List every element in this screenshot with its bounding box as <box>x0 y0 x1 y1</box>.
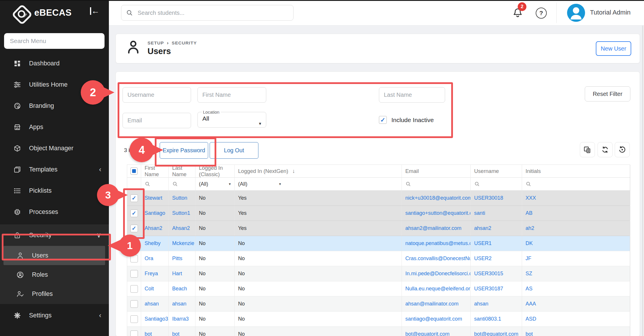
cell-first[interactable]: Ahsan2 <box>145 225 162 231</box>
breadcrumb-setup[interactable]: SETUP <box>147 40 164 46</box>
cell-initials[interactable]: JF <box>526 255 531 262</box>
filter-cell-last-name[interactable] <box>169 178 195 191</box>
cell-username[interactable]: USER1 <box>474 240 492 246</box>
column-header-logged-in-classic-[interactable]: Logged In (Classic) <box>195 165 235 178</box>
cell-email[interactable]: Cras.convallis@DonecestNunc.com <box>405 255 471 262</box>
sidebar-item-dashboard[interactable]: Dashboard <box>0 54 109 73</box>
column-header-last-name[interactable]: Last Name <box>169 165 195 178</box>
table-row[interactable]: ahsanahsanNoNoahsan@mailinator.comahsanA… <box>127 296 630 312</box>
filter-cell-logged-in-classic-[interactable]: (All)▼ <box>195 178 235 191</box>
cell-email[interactable]: natoque.penatibus@metus.co.uk <box>405 240 471 246</box>
new-user-button[interactable]: New User <box>596 41 631 56</box>
cell-first[interactable]: bot <box>145 331 152 336</box>
column-chooser-button[interactable] <box>580 142 595 157</box>
column-header-logged-in-nextgen-[interactable]: Logged In (NextGen)↓ <box>235 165 402 178</box>
reset-filter-button[interactable]: Reset Filter <box>585 86 630 101</box>
sidebar-item-utilities-home[interactable]: Utilities Home <box>0 75 109 94</box>
column-header-select[interactable] <box>127 165 141 178</box>
filter-cell-initials[interactable] <box>522 178 630 191</box>
row-checkbox[interactable] <box>130 270 138 278</box>
log-out-button[interactable]: Log Out <box>210 142 258 159</box>
cell-username[interactable]: USER2 <box>474 255 492 262</box>
cell-last[interactable]: Mckenzie <box>172 240 194 246</box>
cell-initials[interactable]: AS <box>526 286 533 292</box>
row-checkbox[interactable] <box>130 285 138 293</box>
help-icon[interactable]: ? <box>536 8 547 19</box>
user-name[interactable]: Tutorial Admin <box>590 9 631 16</box>
cell-initials[interactable]: AB <box>526 210 533 216</box>
cell-username[interactable]: ahsan <box>474 301 488 307</box>
filter-first-name-input[interactable] <box>197 87 266 103</box>
row-checkbox[interactable] <box>130 315 138 323</box>
location-select[interactable]: Location All ▼ <box>197 110 266 128</box>
sidebar-item-users[interactable]: Users <box>3 246 105 265</box>
revert-history-button[interactable] <box>615 142 630 157</box>
cell-email[interactable]: ahsan@mailinator.com <box>405 301 458 307</box>
cell-username[interactable]: bot@equatorit.com <box>474 331 518 336</box>
cell-initials[interactable]: AAA <box>526 301 536 307</box>
filter-cell-email[interactable] <box>402 178 471 191</box>
cell-email[interactable]: In.mi.pede@Donecfelisorci.ca <box>405 271 471 277</box>
global-search[interactable] <box>121 5 294 21</box>
column-header-first-name[interactable]: First Name <box>141 165 169 178</box>
row-checkbox[interactable] <box>130 330 138 336</box>
sidebar-item-roles[interactable]: Roles <box>0 265 109 284</box>
column-header-initials[interactable]: Initials <box>522 165 630 178</box>
cell-last[interactable]: Sutton1 <box>172 210 190 216</box>
filter-cell-username[interactable] <box>471 178 522 191</box>
table-row[interactable]: FreyaHartNoNoIn.mi.pede@Donecfelisorci.c… <box>127 266 630 281</box>
sidebar-item-security[interactable]: Security∨ <box>0 226 109 245</box>
menu-search-input[interactable] <box>4 33 105 49</box>
cell-last[interactable]: bot <box>172 331 179 336</box>
table-row[interactable]: OraPittsNoNoCras.convallis@DonecestNunc.… <box>127 251 630 266</box>
cell-initials[interactable]: XXX <box>526 195 536 201</box>
cell-initials[interactable]: SZ <box>526 271 532 277</box>
cell-initials[interactable]: bot <box>526 331 533 336</box>
cell-last[interactable]: Ahsan2 <box>172 225 190 231</box>
filter-username-input[interactable] <box>123 87 191 103</box>
cell-first[interactable]: Santiago3 <box>145 316 168 322</box>
row-checkbox[interactable]: ✓ <box>130 210 138 217</box>
cell-email[interactable]: santiago+sutton@equatorit.com <box>405 210 471 216</box>
row-checkbox[interactable] <box>130 255 138 262</box>
cell-last[interactable]: Ibarra3 <box>172 316 189 322</box>
cell-last[interactable]: Pitts <box>172 255 182 262</box>
expire-password-button[interactable]: Expire Password <box>160 142 208 159</box>
cell-username[interactable]: USER30015 <box>474 271 503 277</box>
cell-initials[interactable]: ASD <box>526 316 536 322</box>
table-row[interactable]: botbotNoNobot@equatorit.combot@equatorit… <box>127 327 630 336</box>
cell-last[interactable]: Beach <box>172 286 187 292</box>
filter-email-input[interactable] <box>123 113 191 128</box>
row-checkbox[interactable] <box>130 240 138 247</box>
cell-username[interactable]: santi0803.1 <box>474 316 501 322</box>
sidebar-item-processes[interactable]: Processes <box>0 202 109 221</box>
cell-email[interactable]: bot@equatorit.com <box>405 331 449 336</box>
global-search-input[interactable] <box>137 9 293 17</box>
cell-last[interactable]: Hart <box>172 271 182 277</box>
cell-first[interactable]: Shelby <box>145 240 161 246</box>
table-row[interactable]: Santiago3Ibarra3NoNosantiago@equatorit.c… <box>127 312 630 327</box>
cell-email[interactable]: Nulla.eu.neque@eleifend.org <box>405 286 471 292</box>
sidebar-item-settings[interactable]: Settings‹ <box>0 306 109 325</box>
cell-email[interactable]: ahsan2@mailinator.com <box>405 225 461 231</box>
table-row[interactable]: ColtBeachNoNoNulla.eu.neque@eleifend.org… <box>127 281 630 296</box>
cell-username[interactable]: ahsan2 <box>474 225 491 231</box>
cell-first[interactable]: Colt <box>145 286 154 292</box>
cell-initials[interactable]: ah2 <box>526 225 534 231</box>
filter-cell-logged-in-nextgen-[interactable]: (All)▼ <box>235 178 402 191</box>
cell-username[interactable]: santi <box>474 210 485 216</box>
filter-select-all[interactable]: (All)▼ <box>238 181 285 187</box>
table-row[interactable]: ✓Ahsan2Ahsan2NoYesahsan2@mailinator.coma… <box>127 221 630 236</box>
sidebar-item-apps[interactable]: Apps <box>0 117 109 137</box>
table-row[interactable]: ✓StewartSuttonNoYesnick+u30018@equatorit… <box>127 191 630 206</box>
filter-last-name-input[interactable] <box>379 87 445 103</box>
cell-first[interactable]: Freya <box>145 271 158 277</box>
filter-select-all[interactable]: (All)▼ <box>199 181 234 187</box>
row-checkbox[interactable]: ✓ <box>130 225 138 232</box>
filter-cell-first-name[interactable] <box>141 178 169 191</box>
cell-initials[interactable]: DK <box>526 240 533 246</box>
sidebar-item-picklists[interactable]: Picklists <box>0 181 109 200</box>
table-row[interactable]: ShelbyMckenzieNoNonatoque.penatibus@metu… <box>127 236 630 251</box>
select-all-checkbox[interactable] <box>130 167 138 175</box>
column-header-username[interactable]: Username <box>471 165 522 178</box>
